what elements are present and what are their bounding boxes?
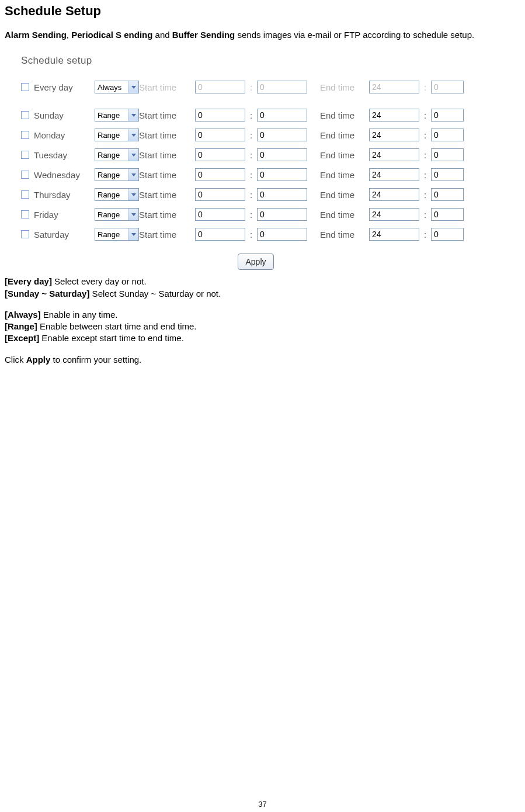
definitions: [Every day] Select every day or not. [Su… [5, 276, 520, 366]
input-end-hour[interactable]: 24 [369, 148, 419, 161]
input-start-min[interactable]: 0 [257, 109, 307, 122]
label-start: Start time [139, 110, 195, 120]
input-end-hour[interactable]: 24 [369, 81, 419, 93]
apply-button[interactable]: Apply [238, 254, 273, 270]
input-start-min[interactable]: 0 [257, 208, 307, 221]
input-end-hour[interactable]: 24 [369, 129, 419, 141]
def-key-except: [Except] [5, 333, 39, 343]
intro-bold-buffer: Buffer Sending [172, 30, 235, 40]
checkbox-day[interactable] [21, 111, 29, 119]
input-end-hour[interactable]: 24 [369, 208, 419, 221]
def-key-sunsat: [Sunday ~ Saturday] [5, 289, 89, 299]
select-mode-day[interactable]: Range [95, 148, 139, 161]
input-end-min[interactable]: 0 [431, 148, 464, 161]
def-val-everyday: Select every day or not. [52, 276, 147, 286]
input-start-min[interactable]: 0 [257, 81, 307, 93]
row-day: WednesdayRangeStart time0:0End time24:0 [21, 165, 494, 185]
input-end-hour[interactable]: 24 [369, 188, 419, 201]
input-start-min[interactable]: 0 [257, 168, 307, 181]
input-start-min[interactable]: 0 [257, 148, 307, 161]
input-start-hour[interactable]: 0 [195, 109, 245, 122]
row-every-day: Every day Always Start time 0 : 0 End ti… [21, 77, 494, 97]
colon: : [419, 130, 431, 140]
input-end-min[interactable]: 0 [431, 109, 464, 122]
click-text: Click [5, 355, 26, 365]
input-start-hour[interactable]: 0 [195, 168, 245, 181]
input-start-hour[interactable]: 0 [195, 188, 245, 201]
colon: : [419, 230, 431, 240]
select-mode-day[interactable]: Range [95, 208, 139, 221]
label-start: Start time [139, 130, 195, 140]
colon: : [419, 110, 431, 120]
input-end-min[interactable]: 0 [431, 168, 464, 181]
checkbox-day[interactable] [21, 210, 29, 218]
intro-text: and [152, 30, 172, 40]
chevron-down-icon [128, 81, 138, 93]
input-start-hour[interactable]: 0 [195, 208, 245, 221]
colon: : [245, 170, 257, 180]
colon: : [419, 190, 431, 200]
checkbox-day[interactable] [21, 151, 29, 159]
intro-bold-periodical: Periodical S ending [71, 30, 152, 40]
chevron-down-icon [128, 129, 138, 141]
input-start-hour[interactable]: 0 [195, 81, 245, 93]
input-end-min[interactable]: 0 [431, 188, 464, 201]
chevron-down-icon [128, 189, 138, 200]
label-end: End time [320, 170, 369, 180]
select-value: Range [98, 171, 120, 179]
select-mode-day[interactable]: Range [95, 228, 139, 241]
label-day: Friday [34, 210, 95, 220]
input-start-min[interactable]: 0 [257, 129, 307, 141]
def-val-range: Enable between start time and end time. [37, 321, 197, 331]
select-mode-day[interactable]: Range [95, 129, 139, 141]
label-day: Thursday [34, 190, 95, 200]
input-start-hour[interactable]: 0 [195, 129, 245, 141]
checkbox-day[interactable] [21, 171, 29, 179]
page-heading: Schedule Setup [5, 4, 520, 19]
checkbox-day[interactable] [21, 190, 29, 199]
schedule-setup-figure: Schedule setup Every day Always Start ti… [21, 55, 494, 270]
colon: : [419, 82, 431, 92]
input-end-min[interactable]: 0 [431, 228, 464, 241]
select-value: Range [98, 131, 120, 140]
click-bold: Apply [26, 355, 51, 365]
row-day: SundayRangeStart time0:0End time24:0 [21, 105, 494, 125]
input-end-hour[interactable]: 24 [369, 109, 419, 122]
colon: : [245, 150, 257, 160]
row-day: ThursdayRangeStart time0:0End time24:0 [21, 185, 494, 204]
label-start: Start time [139, 150, 195, 160]
select-mode-day[interactable]: Range [95, 188, 139, 201]
checkbox-day[interactable] [21, 230, 29, 238]
checkbox-every-day[interactable] [21, 83, 29, 91]
label-start: Start time [139, 82, 195, 92]
select-mode-day[interactable]: Range [95, 109, 139, 122]
select-mode-every-day[interactable]: Always [95, 81, 139, 93]
chevron-down-icon [128, 169, 138, 181]
colon: : [419, 150, 431, 160]
intro-text: sends images via e-mail or FTP according… [235, 30, 474, 40]
label-end: End time [320, 210, 369, 220]
input-start-hour[interactable]: 0 [195, 228, 245, 241]
select-value: Range [98, 230, 120, 239]
def-val-always: Enable in any time. [41, 310, 118, 320]
label-end: End time [320, 190, 369, 200]
label-day: Sunday [34, 110, 95, 120]
input-end-min[interactable]: 0 [431, 129, 464, 141]
def-key-everyday: [Every day] [5, 276, 52, 286]
input-end-hour[interactable]: 24 [369, 228, 419, 241]
checkbox-day[interactable] [21, 131, 29, 139]
chevron-down-icon [128, 109, 138, 121]
input-end-hour[interactable]: 24 [369, 168, 419, 181]
input-end-min[interactable]: 0 [431, 208, 464, 221]
colon: : [419, 170, 431, 180]
row-day: FridayRangeStart time0:0End time24:0 [21, 204, 494, 224]
input-end-min[interactable]: 0 [431, 81, 464, 93]
label-start: Start time [139, 170, 195, 180]
label-end: End time [320, 130, 369, 140]
select-mode-day[interactable]: Range [95, 168, 139, 181]
input-start-min[interactable]: 0 [257, 188, 307, 201]
chevron-down-icon [128, 209, 138, 220]
input-start-hour[interactable]: 0 [195, 148, 245, 161]
label-every-day: Every day [34, 82, 95, 92]
input-start-min[interactable]: 0 [257, 228, 307, 241]
